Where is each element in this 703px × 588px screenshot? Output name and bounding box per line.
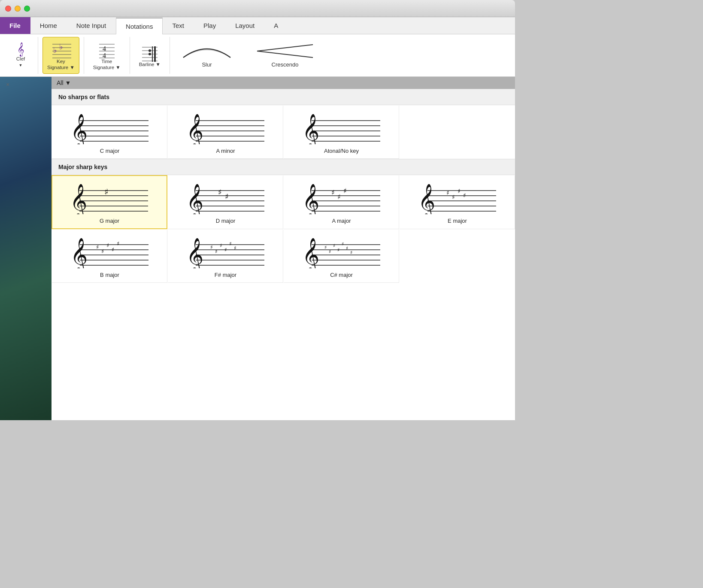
slur-icon [181, 42, 233, 60]
tab-play[interactable]: Play [194, 17, 226, 34]
minimize-button[interactable] [15, 6, 21, 12]
a-major-label: A major [332, 218, 351, 224]
key-sig-icon: ♭ ♭ [49, 40, 73, 59]
svg-text:♯: ♯ [101, 248, 104, 255]
key-sig-label: KeySignature ▼ [47, 59, 75, 71]
maximize-button[interactable] [24, 6, 30, 12]
titlebar [0, 0, 515, 17]
svg-text:♯: ♯ [333, 243, 335, 248]
svg-text:♯: ♯ [324, 245, 327, 250]
key-item-a-minor[interactable]: 𝄞 A minor [167, 105, 283, 159]
close-button[interactable] [5, 6, 11, 12]
time-signature-button[interactable]: 4 4 TimeSignature ▼ [88, 37, 125, 74]
tab-text[interactable]: Text [163, 17, 194, 34]
svg-text:𝄞: 𝄞 [70, 114, 88, 144]
panel-close-button[interactable]: × [3, 80, 12, 89]
barline-label: Barline ▼ [139, 62, 161, 68]
svg-text:𝄞: 𝄞 [186, 184, 203, 214]
svg-text:♯: ♯ [96, 244, 99, 250]
clef-label: Clef [16, 56, 25, 62]
svg-text:♯: ♯ [112, 246, 114, 253]
svg-text:𝄞: 𝄞 [186, 114, 203, 144]
svg-text:♯: ♯ [343, 187, 347, 194]
empty-cell-2 [399, 229, 515, 283]
notation-group: Slur Crescendo [170, 37, 326, 74]
svg-text:𝄞: 𝄞 [302, 184, 319, 214]
filter-label: All [57, 79, 64, 86]
g-major-label: G major [100, 218, 119, 224]
clef-icon: 𝄞 [17, 43, 24, 55]
svg-text:♯: ♯ [452, 194, 455, 200]
svg-text:♯: ♯ [337, 193, 341, 200]
svg-text:𝄞: 𝄞 [418, 184, 435, 214]
filter-dropdown[interactable]: All ▼ [57, 79, 71, 86]
tab-home[interactable]: Home [30, 17, 67, 34]
key-item-fsharp-major[interactable]: 𝄞 ♯ ♯ ♯ ♯ ♯ ♯ F# major [167, 229, 283, 283]
g-major-staff: 𝄞 ♯ [67, 182, 152, 214]
sidebar-image: × [0, 77, 52, 420]
clef-button[interactable]: 𝄞 Clef ▼ [8, 40, 33, 70]
svg-text:♯: ♯ [346, 246, 348, 251]
svg-text:𝄞: 𝄞 [302, 238, 319, 268]
b-major-staff: 𝄞 ♯ ♯ ♯ ♯ ♯ [67, 236, 153, 268]
fsharp-major-label: F# major [215, 272, 236, 278]
svg-point-22 [148, 53, 151, 55]
svg-text:♯: ♯ [350, 250, 352, 255]
tab-file[interactable]: File [0, 17, 30, 34]
a-minor-staff: 𝄞 [183, 112, 269, 144]
tab-note-input[interactable]: Note Input [67, 17, 116, 34]
time-sig-group: 4 4 TimeSignature ▼ [84, 37, 130, 74]
svg-text:♯: ♯ [220, 242, 222, 249]
no-sharps-grid: 𝄞 C major 𝄞 A minor [52, 105, 515, 159]
tab-notations[interactable]: Notations [116, 18, 163, 34]
key-sig-group: ♭ ♭ KeySignature ▼ [38, 37, 84, 74]
svg-text:♯: ♯ [329, 249, 331, 254]
a-major-staff: 𝄞 ♯ ♯ ♯ [299, 182, 385, 214]
crescendo-icon [255, 42, 315, 60]
d-major-label: D major [216, 218, 236, 224]
svg-text:♯: ♯ [234, 245, 236, 251]
e-major-label: E major [448, 218, 467, 224]
slur-button[interactable]: Slur [174, 39, 239, 71]
clef-group: 𝄞 Clef ▼ [3, 37, 38, 74]
barline-group: Barline ▼ [130, 37, 170, 74]
fsharp-major-staff: 𝄞 ♯ ♯ ♯ ♯ ♯ ♯ [183, 236, 269, 268]
key-item-g-major[interactable]: 𝄞 ♯ G major [52, 175, 167, 229]
svg-line-23 [257, 45, 313, 51]
time-sig-icon: 4 4 [97, 40, 116, 59]
svg-text:♯: ♯ [210, 244, 213, 250]
tab-more[interactable]: A [264, 17, 288, 34]
svg-text:♯: ♯ [446, 190, 449, 196]
key-item-d-major[interactable]: 𝄞 ♯ ♯ D major [167, 175, 283, 229]
svg-text:♯: ♯ [117, 240, 119, 247]
key-item-e-major[interactable]: 𝄞 ♯ ♯ ♯ ♯ E major [399, 175, 515, 229]
key-item-c-major[interactable]: 𝄞 C major [52, 105, 167, 159]
key-item-a-major[interactable]: 𝄞 ♯ ♯ ♯ A major [283, 175, 399, 229]
svg-text:4: 4 [103, 52, 106, 59]
svg-text:♯: ♯ [218, 188, 222, 197]
barline-button[interactable]: Barline ▼ [134, 40, 165, 71]
atonal-label: Atonal/No key [324, 148, 359, 154]
ribbon: 𝄞 Clef ▼ ♭ ♭ KeySignature ▼ [0, 34, 515, 77]
a-minor-label: A minor [216, 148, 235, 154]
e-major-staff: 𝄞 ♯ ♯ ♯ ♯ [415, 182, 500, 214]
crescendo-label: Crescendo [272, 61, 299, 68]
barline-icon [140, 43, 159, 62]
svg-point-21 [148, 49, 151, 52]
traffic-lights [5, 6, 30, 12]
tab-layout[interactable]: Layout [226, 17, 264, 34]
key-item-atonal[interactable]: 𝄞 Atonal/No key [283, 105, 399, 159]
atonal-staff: 𝄞 [299, 112, 385, 144]
key-signature-panel: All ▼ No sharps or flats 𝄞 C major [52, 77, 515, 420]
menu-bar: File Home Note Input Notations Text Play… [0, 17, 515, 34]
svg-text:♯: ♯ [229, 241, 232, 247]
key-item-b-major[interactable]: 𝄞 ♯ ♯ ♯ ♯ ♯ B major [52, 229, 167, 283]
svg-line-24 [257, 51, 313, 58]
crescendo-button[interactable]: Crescendo [248, 39, 322, 71]
svg-text:𝄞: 𝄞 [302, 114, 319, 144]
section-header-no-sharps: No sharps or flats [52, 89, 515, 105]
time-sig-label: TimeSignature ▼ [93, 59, 121, 71]
key-item-csharp-major[interactable]: 𝄞 ♯ ♯ ♯ ♯ ♯ ♯ ♯ C# major [283, 229, 399, 283]
svg-text:♭: ♭ [59, 42, 63, 51]
key-signature-button[interactable]: ♭ ♭ KeySignature ▼ [42, 37, 79, 74]
